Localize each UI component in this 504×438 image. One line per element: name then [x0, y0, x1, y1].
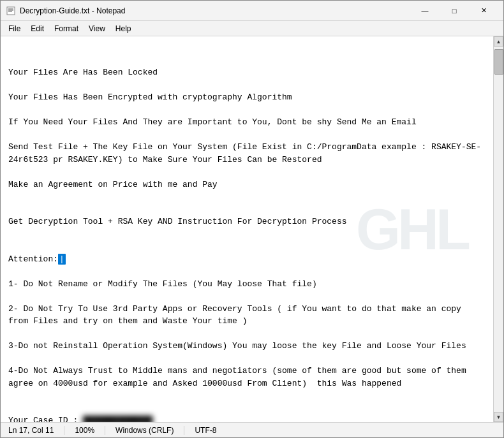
notepad-window: Decryption-Guide.txt - Notepad — □ ✕ Fil…	[0, 0, 504, 438]
close-button[interactable]: ✕	[469, 1, 498, 21]
menu-edit[interactable]: Edit	[26, 23, 49, 34]
scrollbar[interactable]: ▲ ▼	[493, 36, 503, 422]
maximize-button[interactable]: □	[440, 1, 469, 21]
scroll-track[interactable]	[494, 47, 503, 412]
cursor: |	[58, 254, 66, 265]
title-bar: Decryption-Guide.txt - Notepad — □ ✕	[1, 1, 503, 21]
content-area: GHL Your Files Are Has Been Locked Your …	[1, 36, 503, 422]
scroll-up-button[interactable]: ▲	[494, 36, 503, 47]
menu-view[interactable]: View	[84, 23, 110, 34]
scroll-thumb[interactable]	[494, 49, 503, 75]
case-id-value: ██████████████	[83, 414, 152, 422]
minimize-button[interactable]: —	[410, 1, 440, 21]
text-editor[interactable]: GHL Your Files Are Has Been Locked Your …	[1, 36, 493, 422]
svg-rect-0	[7, 7, 15, 15]
cursor-position: Ln 17, Col 11	[6, 426, 64, 435]
line-ending: Windows (CRLF)	[105, 426, 184, 435]
window-controls: — □ ✕	[410, 1, 498, 21]
menu-help[interactable]: Help	[110, 23, 137, 34]
window-title: Decryption-Guide.txt - Notepad	[20, 6, 410, 15]
watermark: GHL	[356, 201, 468, 258]
menu-format[interactable]: Format	[49, 23, 84, 34]
app-icon	[6, 6, 16, 16]
menu-bar: File Edit Format View Help	[1, 21, 503, 36]
scroll-down-button[interactable]: ▼	[494, 412, 503, 422]
encoding: UTF-8	[184, 426, 226, 435]
status-bar: Ln 17, Col 11 100% Windows (CRLF) UTF-8	[1, 422, 503, 437]
zoom-level: 100%	[64, 426, 105, 435]
menu-file[interactable]: File	[3, 23, 26, 34]
